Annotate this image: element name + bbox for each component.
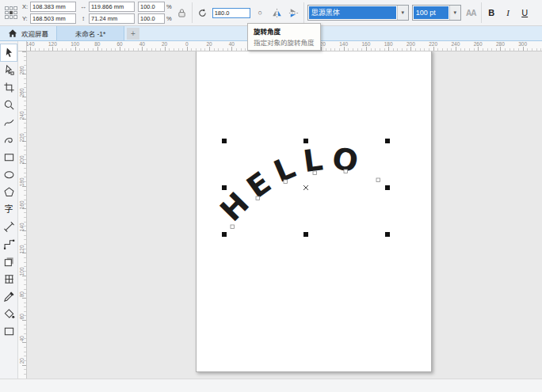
font-size-combo[interactable]: 100 pt ▾ [412, 5, 461, 21]
x-label: X: [22, 3, 29, 10]
ruler-label: 0 [19, 373, 26, 379]
shape-tool[interactable] [1, 62, 17, 78]
freehand-icon [3, 116, 15, 128]
ruler-label: 80 [86, 41, 109, 48]
chevron-down-icon[interactable]: ▾ [449, 6, 460, 20]
ruler-label: 200 [19, 149, 26, 171]
position-fields: X: 108.383 mm Y: 168.503 mm [22, 2, 76, 24]
chevron-down-icon[interactable]: ▾ [397, 6, 408, 20]
pick-icon [3, 47, 15, 59]
paint-bucket-icon [3, 308, 15, 320]
shape-icon [3, 64, 15, 76]
curved-text-object[interactable]: HELLO [213, 141, 368, 228]
object-height-input[interactable]: 71.24 mm [89, 13, 135, 24]
ruler-label: 160 [19, 194, 26, 216]
ruler-label: 120 [41, 41, 63, 48]
lock-ratio-button[interactable] [175, 5, 189, 21]
ruler-label: 300 [512, 41, 534, 48]
tab-document[interactable]: 未命名 -1* [56, 26, 124, 40]
lock-icon [177, 8, 186, 18]
ruler-label: 180 [377, 41, 399, 48]
object-width-icon: ↔ [79, 3, 87, 10]
new-document-tab-button[interactable]: + [127, 28, 139, 40]
freehand-tool[interactable] [1, 114, 17, 131]
ellipse-icon [3, 169, 15, 181]
ruler-corner[interactable] [18, 41, 27, 51]
ruler-label: 40 [131, 41, 153, 48]
character-formatting-button[interactable]: AA [464, 6, 478, 21]
rotation-center-marker[interactable] [303, 185, 308, 190]
drop-shadow-tool[interactable] [1, 253, 17, 270]
rotation-dial-button[interactable]: ○ [254, 5, 267, 21]
x-position-input[interactable]: 108.383 mm [30, 2, 76, 12]
ruler-label: 260 [467, 41, 489, 48]
rectangle-icon [3, 151, 15, 163]
mirror-vertical-icon [288, 7, 300, 19]
ruler-label: 120 [19, 238, 26, 261]
underline-button[interactable]: U [518, 6, 532, 21]
ruler-label: 220 [422, 41, 445, 48]
object-width-input[interactable]: 119.866 mm [89, 2, 135, 12]
separator [481, 2, 482, 23]
smart-fill-tool[interactable] [1, 306, 17, 322]
eyedropper-icon [3, 291, 15, 303]
bold-button[interactable]: B [485, 6, 498, 21]
object-origin-selector[interactable] [3, 5, 19, 21]
ruler-label: 0 [176, 41, 198, 48]
ruler-label: 160 [355, 41, 377, 48]
font-family-combo[interactable]: 思源黑体 ▾ [307, 5, 409, 21]
polygon-icon [3, 186, 15, 198]
ellipse-tool[interactable] [1, 166, 17, 183]
ruler-label: 40 [220, 41, 242, 48]
tab-document-label: 未命名 -1* [75, 29, 106, 38]
y-label: Y: [22, 15, 29, 22]
italic-button[interactable]: I [502, 6, 515, 21]
tab-welcome-screen[interactable]: 欢迎屏幕 [0, 26, 56, 40]
ruler-label: 80 [19, 284, 26, 306]
tooltip-description: 指定对象的旋转角度 [254, 37, 315, 47]
artistic-media-icon [3, 134, 15, 146]
status-bar [0, 379, 542, 392]
interactive-fill-tool[interactable] [1, 323, 17, 340]
crop-tool[interactable] [1, 79, 17, 96]
drawing-canvas[interactable]: HELLO [27, 51, 542, 379]
dimension-tool[interactable] [1, 219, 17, 235]
home-icon [8, 29, 17, 38]
ruler-label: 220 [19, 127, 26, 149]
ruler-label: 40 [19, 328, 26, 350]
connector-icon [3, 238, 15, 250]
y-position-input[interactable]: 168.503 mm [30, 13, 76, 24]
rotation-angle-input[interactable]: 180.0 [212, 8, 250, 18]
scale-horizontal-unit: % [166, 3, 172, 10]
mirror-vertical-button[interactable] [287, 5, 300, 21]
scale-vertical-input[interactable]: 100.0 [138, 13, 165, 24]
scale-horizontal-input[interactable]: 100.0 [138, 2, 165, 12]
ruler-label: 240 [445, 41, 467, 48]
ruler-label: 60 [109, 41, 131, 48]
text-tool[interactable]: 字 [1, 201, 17, 218]
mirror-horizontal-button[interactable] [270, 5, 284, 21]
transparency-icon [3, 273, 15, 285]
rotation-angle-tooltip: 旋转角度 指定对象的旋转角度 [247, 23, 321, 51]
ruler-label: 140 [19, 216, 26, 238]
ruler-label: 20 [19, 350, 26, 372]
selection-overlay: HELLO [27, 51, 542, 379]
transparency-tool[interactable] [1, 271, 17, 287]
rectangle-tool[interactable] [1, 149, 17, 166]
eyedropper-tool[interactable] [1, 288, 17, 305]
connector-tool[interactable] [1, 236, 17, 253]
text-tool-icon: 字 [5, 205, 13, 214]
artistic-media-tool[interactable] [1, 131, 17, 148]
scale-fields: 100.0 % 100.0 % [138, 2, 172, 24]
ruler-label: 280 [19, 59, 26, 82]
rotate-icon [197, 8, 208, 18]
ruler-label: 20 [198, 41, 220, 48]
ruler-label: 260 [19, 82, 26, 104]
pick-tool[interactable] [1, 44, 17, 61]
zoom-tool[interactable] [1, 97, 17, 113]
ruler-label: 100 [19, 261, 26, 283]
polygon-tool[interactable] [1, 184, 17, 200]
mirror-horizontal-icon [271, 7, 283, 19]
vertical-ruler[interactable]: 280260240220200180160140120100806040200 [18, 51, 27, 379]
coreldraw-window: X: 108.383 mm Y: 168.503 mm ↔ 119.866 mm… [0, 0, 542, 392]
